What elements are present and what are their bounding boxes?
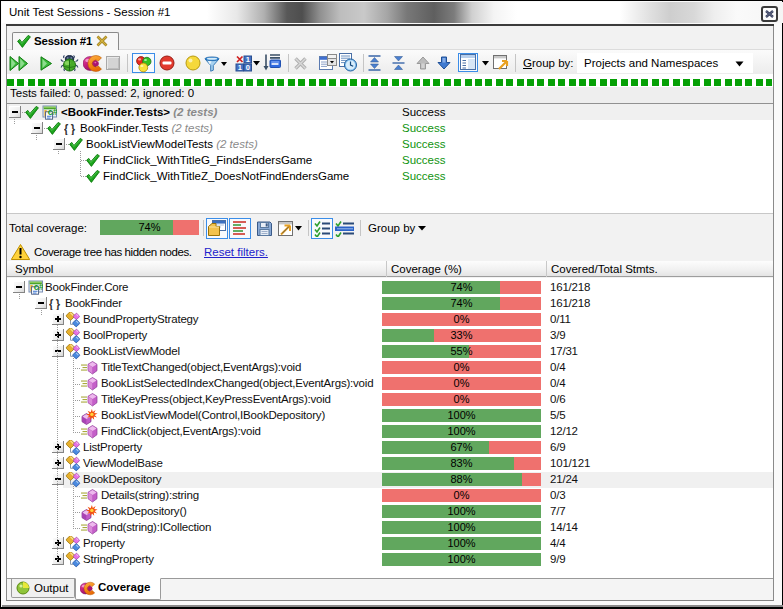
- svg-text:1: 1: [238, 63, 242, 72]
- svg-text:c#: c#: [34, 282, 43, 292]
- svg-text:c#: c#: [48, 107, 57, 117]
- svg-text:0: 0: [246, 63, 250, 72]
